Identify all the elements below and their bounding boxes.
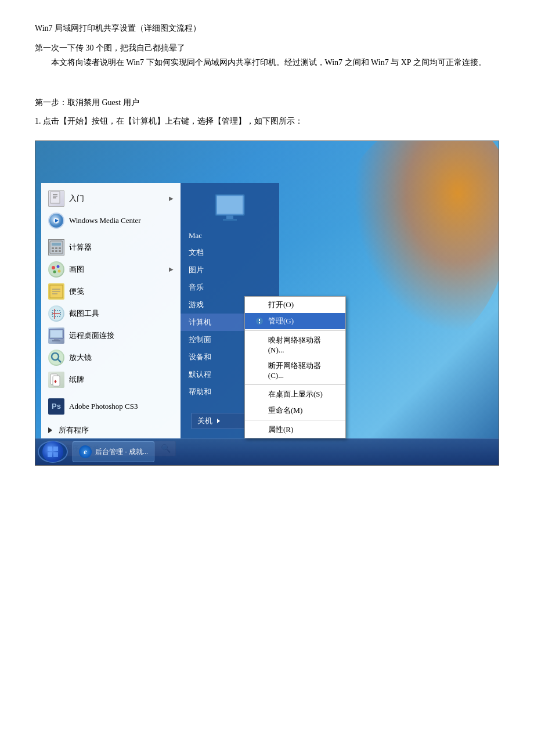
menu-item-photoshop[interactable]: Ps Adobe Photoshop CS3 bbox=[41, 395, 181, 417]
svg-rect-3 bbox=[53, 197, 56, 199]
ie-icon: e bbox=[79, 445, 92, 458]
sticky-icon bbox=[48, 283, 64, 300]
map-drive-icon bbox=[254, 340, 265, 350]
svg-point-16 bbox=[52, 266, 55, 269]
context-menu-open[interactable]: 打开(O) bbox=[245, 297, 345, 313]
show-desktop-label: 在桌面上显示(S) bbox=[268, 389, 323, 399]
windows-orb bbox=[42, 441, 63, 462]
context-separator2 bbox=[245, 384, 345, 385]
manage-icon bbox=[254, 316, 265, 326]
monitor-icon-container bbox=[181, 188, 279, 225]
wmc-label: Windows Media Center bbox=[69, 216, 141, 225]
step1-instruction: 1. 点击【开始】按钮，在【计算机】上右键，选择【管理】，如下图所示： bbox=[35, 116, 499, 127]
context-separator1 bbox=[245, 330, 345, 331]
svg-rect-41 bbox=[259, 322, 260, 323]
right-item-mac[interactable]: Mac bbox=[181, 228, 279, 244]
snip-label: 截图工具 bbox=[69, 308, 99, 319]
open-label: 打开(O) bbox=[268, 300, 294, 310]
rename-icon bbox=[254, 405, 265, 416]
context-menu: 打开(O) 管理(G) 映射网络驱动器(N)... 断开网络驱动器(C)... … bbox=[244, 296, 346, 438]
context-menu-properties[interactable]: 属性(R) bbox=[245, 422, 345, 438]
all-programs-label: 所有程序 bbox=[59, 425, 89, 435]
menu-item-wmc[interactable]: Windows Media Center bbox=[41, 210, 181, 232]
menu-item-solitaire[interactable]: ♦ 纸牌 bbox=[41, 369, 181, 391]
context-menu-disconnect[interactable]: 断开网络驱动器(C)... bbox=[245, 358, 345, 383]
intro-line1: 第一次一下传 30 个图，把我自己都搞晕了 bbox=[35, 43, 499, 53]
svg-rect-37 bbox=[226, 215, 233, 219]
svg-rect-10 bbox=[55, 247, 57, 249]
start-button[interactable] bbox=[38, 441, 68, 463]
arrow-icon2: ▶ bbox=[169, 266, 174, 272]
svg-rect-2 bbox=[53, 196, 57, 197]
menu-item-paint[interactable]: 画图 ▶ bbox=[41, 258, 181, 280]
properties-label: 属性(R) bbox=[268, 424, 293, 435]
right-item-music[interactable]: 音乐 bbox=[181, 279, 279, 296]
all-programs-item[interactable]: 所有程序 bbox=[41, 422, 181, 438]
properties-icon bbox=[254, 424, 265, 435]
menu-item-calc[interactable]: 计算器 bbox=[41, 236, 181, 258]
map-drive-label: 映射网络驱动器(N)... bbox=[268, 335, 336, 355]
rdp-label: 远程桌面连接 bbox=[69, 330, 114, 341]
rdp-icon bbox=[48, 327, 64, 344]
svg-rect-28 bbox=[52, 340, 60, 341]
show-desktop-icon bbox=[254, 389, 265, 399]
magnify-icon bbox=[48, 350, 64, 366]
rename-label: 重命名(M) bbox=[268, 405, 302, 416]
intro-body: 本文将向读者说明在 Win7 下如何实现同个局域网内共享打印机。经过测试，Win… bbox=[35, 56, 499, 70]
svg-rect-36 bbox=[217, 196, 243, 214]
taskbar-item-label: 后台管理 - 成就... bbox=[95, 447, 148, 457]
context-separator3 bbox=[245, 420, 345, 420]
intro-block: 第一次一下传 30 个图，把我自己都搞晕了 本文将向读者说明在 Win7 下如何… bbox=[35, 43, 499, 70]
disconnect-icon bbox=[254, 365, 265, 376]
cards-icon: ♦ bbox=[48, 372, 64, 388]
svg-rect-1 bbox=[53, 194, 57, 195]
taskbar-ie-item[interactable]: e 后台管理 - 成就... bbox=[73, 441, 154, 462]
menu-item-rdp[interactable]: 远程桌面连接 bbox=[41, 325, 181, 347]
svg-point-15 bbox=[49, 262, 63, 276]
manage-label: 管理(G) bbox=[268, 316, 294, 326]
sticky-label: 便笺 bbox=[69, 286, 84, 297]
ps-label: Adobe Photoshop CS3 bbox=[69, 402, 138, 411]
menu-item-getting-started[interactable]: 入门 ▶ bbox=[41, 188, 181, 210]
context-menu-rename[interactable]: 重命名(M) bbox=[245, 402, 345, 419]
start-menu-left: 入门 ▶ Windows Media Center 计算器 bbox=[41, 183, 181, 438]
all-programs-arrow-icon bbox=[48, 427, 54, 433]
menu-item-snip[interactable]: 截图工具 bbox=[41, 303, 181, 325]
wmc-icon bbox=[48, 213, 64, 229]
svg-point-17 bbox=[57, 265, 60, 268]
svg-rect-9 bbox=[52, 247, 54, 249]
svg-rect-40 bbox=[259, 319, 260, 321]
ps-icon: Ps bbox=[48, 398, 64, 415]
context-menu-manage[interactable]: 管理(G) bbox=[245, 313, 345, 329]
svg-rect-27 bbox=[54, 339, 59, 340]
svg-rect-11 bbox=[59, 247, 61, 249]
magnify-label: 放大镜 bbox=[69, 352, 92, 363]
svg-rect-26 bbox=[50, 330, 62, 337]
paint-label: 画图 bbox=[69, 264, 84, 275]
right-item-documents[interactable]: 文档 bbox=[181, 244, 279, 261]
menu-item-magnify[interactable]: 放大镜 bbox=[41, 347, 181, 369]
step1-title: 第一步：取消禁用 Guest 用户 bbox=[35, 98, 499, 108]
right-item-pictures[interactable]: 图片 bbox=[181, 261, 279, 279]
shutdown-arrow-icon bbox=[217, 419, 220, 423]
context-menu-map-drive[interactable]: 映射网络驱动器(N)... bbox=[245, 332, 345, 358]
svg-point-18 bbox=[53, 270, 56, 273]
page-content: Win7 局域网打印机共享设置（详细图文流程） 第一次一下传 30 个图，把我自… bbox=[0, 0, 534, 489]
disconnect-label: 断开网络驱动器(C)... bbox=[268, 361, 336, 380]
open-icon bbox=[254, 300, 265, 310]
solitaire-label: 纸牌 bbox=[69, 375, 84, 385]
svg-rect-14 bbox=[59, 250, 61, 252]
svg-rect-13 bbox=[55, 250, 57, 252]
arrow-icon: ▶ bbox=[169, 195, 174, 201]
calc-icon bbox=[48, 239, 64, 255]
svg-rect-8 bbox=[52, 243, 61, 246]
paint-icon bbox=[48, 261, 64, 278]
context-menu-show-desktop[interactable]: 在桌面上显示(S) bbox=[245, 386, 345, 402]
svg-point-19 bbox=[58, 269, 61, 272]
svg-rect-12 bbox=[52, 250, 54, 252]
shutdown-label: 关机 bbox=[197, 416, 212, 426]
win7-screenshot: 入门 ▶ Windows Media Center 计算器 bbox=[35, 141, 499, 466]
snip-icon bbox=[48, 305, 64, 322]
document-icon bbox=[48, 190, 64, 207]
menu-item-sticky[interactable]: 便笺 bbox=[41, 280, 181, 303]
